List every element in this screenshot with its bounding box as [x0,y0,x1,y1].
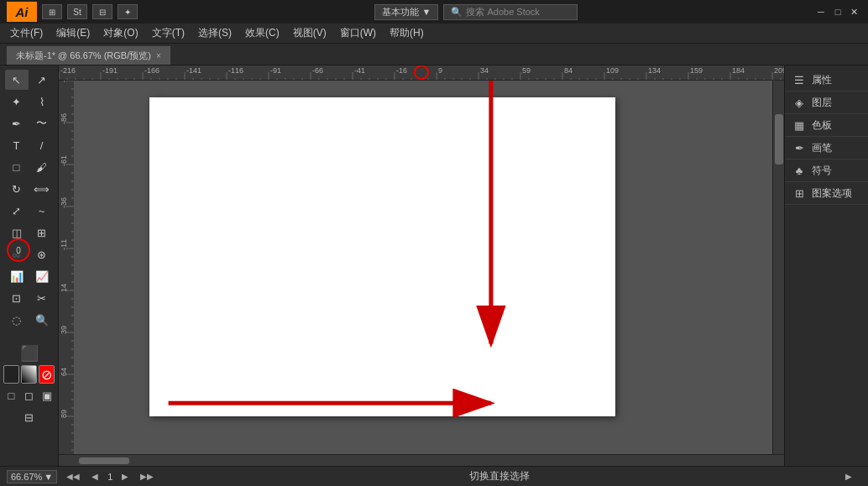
reflect-tool[interactable]: ⟺ [30,179,54,199]
workspace-button[interactable]: 基本功能 ▼ [374,4,439,20]
close-button[interactable]: ✕ [848,5,861,18]
nav-next-button[interactable]: ▶ [119,472,131,481]
panel-symbols-label: 符号 [812,164,832,178]
mesh-tool[interactable]: ⊞ [30,222,54,243]
menu-help[interactable]: 帮助(H) [383,24,431,42]
left-toolbar: ↖ ↗ ✦ ⌇ ✒ 〜 T / □ 🖌 ↻ ⟺ ⤢ ~ ◫ ⊞ [0,65,59,466]
tool-row-11: ⊡ ✂ [0,287,58,309]
symbol-spray-tool[interactable]: ⊛ [30,244,54,264]
normal-draw-mode[interactable]: □ [3,385,19,405]
tab-close-button[interactable]: × [156,51,161,60]
play-button[interactable]: ▶ [843,472,855,481]
tool-row-5: □ 🖌 [0,156,58,178]
menu-edit[interactable]: 编辑(E) [50,24,97,42]
properties-icon: ☰ [792,72,807,87]
tool-row-1: ↖ ↗ [0,69,58,91]
menu-bar: 文件(F) 编辑(E) 对象(O) 文字(T) 选择(S) 效果(C) 视图(V… [0,24,868,44]
menu-file[interactable]: 文件(F) [3,24,50,42]
zoom-value: 66.67% [11,472,42,482]
panel-symbols[interactable]: ♣ 符号 [785,159,868,182]
bottom-bar: 66.67% ▼ ◀◀ ◀ 1 ▶ ▶▶ 切换直接选择 ▶ [0,466,868,486]
right-scrollbar[interactable] [772,81,784,454]
canvas-area [59,65,784,466]
menu-object[interactable]: 对象(O) [97,24,144,42]
scroll-thumb-horizontal[interactable] [79,457,129,464]
line-tool[interactable]: / [30,135,54,155]
menu-type[interactable]: 文字(T) [145,24,191,42]
zoom-tool[interactable]: 🔍 [30,310,54,330]
rect-tool[interactable]: □ [5,157,29,177]
brushes-icon: ✒ [792,140,807,155]
draw-inside-mode[interactable]: ◻ [21,385,37,405]
nav-prev-button[interactable]: ◀ [89,472,101,481]
panel-pattern-label: 图案选项 [812,186,852,201]
draw-mode-row: □ ◻ ▣ [0,384,58,406]
bridge-btn[interactable]: St [67,4,87,19]
select-tool[interactable]: ↖ [5,70,29,90]
color-mode-row: ⊘ [0,364,58,384]
panel-brushes[interactable]: ✒ 画笔 [785,137,868,159]
pen-tool[interactable]: ✒ [5,113,29,133]
artboard-tool[interactable]: ⊡ [5,288,29,308]
arrange-btn[interactable]: ⊞ [42,4,62,19]
panel-layers[interactable]: ◈ 图层 [785,91,868,114]
eraser-tool[interactable]: ◌ [5,310,29,330]
fill-stroke-widget[interactable]: ⬛ [18,343,41,363]
panel-layers-label: 图层 [812,96,832,110]
menu-effect[interactable]: 效果(C) [238,24,286,42]
type-tool[interactable]: T [5,135,29,155]
screen-mode-row: ⊟ [0,406,58,428]
panel-properties[interactable]: ☰ 属性 [785,69,868,91]
bar-chart-tool[interactable]: 📈 [30,266,54,286]
tool-circle-0-indicator: 0 [7,238,30,262]
restore-button[interactable]: □ [831,5,844,18]
screen-mode-btn[interactable]: ⊟ [18,407,41,427]
fill-stroke-row: ⬛ [0,342,58,364]
zoom-display[interactable]: 66.67% ▼ [7,470,57,483]
panel-pattern[interactable]: ⊞ 图案选项 [785,182,868,205]
layers-icon: ◈ [792,95,807,110]
tool-row-2: ✦ ⌇ [0,91,58,112]
right-panel: ☰ 属性 ◈ 图层 ▦ 色板 ✒ 画笔 ♣ 符号 ⊞ 图案选项 [784,65,868,466]
magic-wand-tool[interactable]: ✦ [5,91,29,112]
magic-btn[interactable]: ✦ [118,4,138,19]
nav-first-button[interactable]: ◀◀ [64,472,82,481]
layout-btn[interactable]: ⊟ [92,4,112,19]
document-tab[interactable]: 未标题-1* @ 66.67% (RGB/预览) × [7,46,170,65]
none-box[interactable]: ⊘ [39,365,55,384]
rotate-tool[interactable]: ↻ [5,179,29,199]
canvas-wrapper [59,81,784,454]
warp-tool[interactable]: ~ [30,201,54,221]
scroll-thumb-vertical[interactable] [775,114,783,165]
column-graph-tool[interactable]: 📊 [5,266,29,286]
menu-window[interactable]: 窗口(W) [333,24,383,42]
panel-swatches[interactable]: ▦ 色板 [785,114,868,137]
lasso-tool[interactable]: ⌇ [30,91,54,112]
page-number: 1 [107,472,112,482]
minimize-button[interactable]: ─ [814,5,828,18]
draw-behind-mode[interactable]: ▣ [39,385,55,405]
direct-select-tool[interactable]: ↗ [30,70,54,90]
menu-select[interactable]: 选择(S) [191,24,238,42]
none-slash: ⊘ [39,366,54,383]
curvature-tool[interactable]: 〜 [30,113,54,133]
toolbar-separator [0,336,58,342]
top-ruler [59,65,784,81]
gradient-box[interactable] [21,365,37,384]
tab-title: 未标题-1* @ 66.67% (RGB/预览) [16,50,151,62]
artboard [149,97,615,416]
nav-last-button[interactable]: ▶▶ [138,472,156,481]
bottom-scrollbar[interactable] [59,454,784,466]
left-ruler-canvas [59,81,74,454]
main-layout: ↖ ↗ ✦ ⌇ ✒ 〜 T / □ 🖌 ↻ ⟺ ⤢ ~ ◫ ⊞ [0,65,868,466]
slice-tool[interactable]: ✂ [30,288,54,308]
stock-search-box[interactable]: 🔍 搜索 Adobe Stock [443,4,578,20]
color-box[interactable] [3,365,19,384]
paint-brush-tool[interactable]: 🖌 [30,157,54,177]
pattern-icon: ⊞ [792,186,807,201]
menu-view[interactable]: 视图(V) [286,24,333,42]
title-bar-left: Ai ⊞ St ⊟ ✦ [7,2,138,22]
canvas-viewport[interactable] [74,81,772,454]
scale-tool[interactable]: ⤢ [5,201,29,221]
title-bar: Ai ⊞ St ⊟ ✦ 基本功能 ▼ 🔍 搜索 Adobe Stock ─ □ … [0,0,868,24]
